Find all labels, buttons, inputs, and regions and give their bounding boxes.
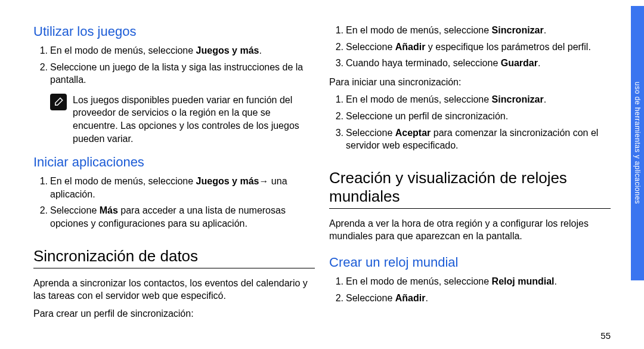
text: En el modo de menús, seleccione — [50, 45, 196, 55]
games-step-2: Seleccione un juego de la lista y siga l… — [50, 61, 315, 87]
text: . — [425, 293, 428, 303]
profile-step-1: En el modo de menús, seleccione Sincroni… — [346, 24, 611, 37]
bold: Aceptar — [395, 128, 431, 138]
start-step-2: Seleccione un perfil de sincronización. — [346, 110, 611, 123]
start-sync-label: Para iniciar una sincronización: — [329, 76, 611, 89]
profile-step-3: Cuando haya terminado, seleccione Guarda… — [346, 57, 611, 70]
text: Seleccione — [346, 128, 395, 138]
text: En el modo de menús, seleccione — [346, 94, 492, 104]
note-text: Los juegos disponibles pueden variar en … — [73, 94, 315, 145]
bold: Juegos y más — [196, 45, 259, 55]
text: . — [544, 94, 546, 104]
note-icon — [50, 94, 67, 110]
text: Seleccione — [346, 42, 395, 52]
chapter-tab-label: uso de herramientas y aplicaciones — [633, 82, 642, 204]
start-sync-steps: En el modo de menús, seleccione Sincroni… — [329, 93, 611, 155]
apps-steps: En el modo de menús, seleccione Juegos y… — [33, 175, 315, 233]
text: En el modo de menús, seleccione — [50, 176, 196, 186]
clocks-intro: Aprenda a ver la hora de otra región y a… — [329, 217, 611, 243]
bold: Sincronizar — [492, 94, 544, 104]
sync-intro: Aprenda a sincronizar los contactos, los… — [33, 277, 315, 302]
heading-create-clock: Crear un reloj mundial — [329, 255, 611, 270]
bold: Juegos y más — [196, 176, 259, 186]
bold: Guardar — [501, 58, 538, 68]
profile-step-2: Seleccione Añadir y especifique los pará… — [346, 41, 611, 54]
create-step-1: En el modo de menús, seleccione Reloj mu… — [346, 275, 611, 288]
bold: Sincronizar — [492, 25, 544, 35]
heading-start-apps: Iniciar aplicaciones — [33, 155, 315, 170]
text: y especifique los parámetros del perfil. — [425, 42, 590, 52]
text: Cuando haya terminado, seleccione — [346, 58, 501, 68]
chapter-tab: uso de herramientas y aplicaciones — [631, 6, 644, 280]
bold: Añadir — [395, 42, 426, 52]
text: . — [259, 45, 261, 55]
bold: Añadir — [395, 293, 426, 303]
text: Seleccione — [346, 293, 395, 303]
note-box: Los juegos disponibles pueden variar en … — [33, 94, 315, 145]
heading-data-sync: Sincronización de datos — [33, 247, 315, 268]
bold: Más — [100, 205, 118, 215]
text: En el modo de menús, seleccione — [346, 276, 492, 286]
heading-use-games: Utilizar los juegos — [33, 24, 315, 39]
text: . — [538, 58, 540, 68]
apps-step-2: Seleccione Más para acceder a una lista … — [50, 204, 315, 230]
heading-world-clocks: Creación y visualización de relojes mund… — [329, 169, 611, 209]
apps-step-1: En el modo de menús, seleccione Juegos y… — [50, 175, 315, 200]
games-steps: En el modo de menús, seleccione Juegos y… — [33, 44, 315, 90]
create-clock-steps: En el modo de menús, seleccione Reloj mu… — [329, 275, 611, 308]
text: . — [544, 25, 546, 35]
text: . — [555, 276, 557, 286]
text: En el modo de menús, seleccione — [346, 25, 492, 35]
start-step-1: En el modo de menús, seleccione Sincroni… — [346, 93, 611, 106]
sync-create-label: Para crear un perfil de sincronización: — [33, 307, 315, 320]
games-step-1: En el modo de menús, seleccione Juegos y… — [50, 44, 315, 57]
profile-steps: En el modo de menús, seleccione Sincroni… — [329, 24, 611, 73]
bold: Reloj mundial — [492, 276, 555, 286]
right-column: En el modo de menús, seleccione Sincroni… — [329, 17, 611, 349]
text: Seleccione un juego de la lista y siga l… — [50, 62, 303, 85]
text: Seleccione un perfil de sincronización. — [346, 111, 508, 121]
text: Seleccione — [50, 205, 100, 215]
page-number: 55 — [600, 331, 611, 341]
start-step-3: Seleccione Aceptar para comenzar la sinc… — [346, 126, 611, 152]
left-column: Utilizar los juegos En el modo de menús,… — [33, 17, 315, 349]
create-step-2: Seleccione Añadir. — [346, 292, 611, 305]
